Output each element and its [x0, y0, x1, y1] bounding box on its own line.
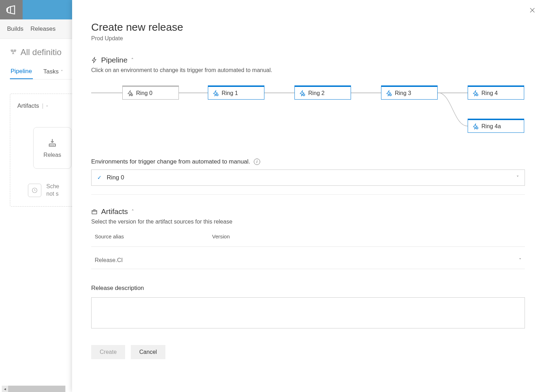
- stage-label: Ring 4: [481, 90, 498, 96]
- tab-pipeline[interactable]: Pipeline: [10, 64, 33, 79]
- artifacts-title: Artifacts | ·: [17, 102, 77, 109]
- auto-trigger-icon: [386, 90, 392, 96]
- environments-selected-value: Ring 0: [107, 174, 516, 181]
- environments-label: Environments for trigger change from aut…: [91, 158, 525, 165]
- tab-tasks[interactable]: Tasks ˅: [43, 65, 64, 79]
- svg-rect-8: [92, 210, 97, 214]
- section-divider: [91, 194, 525, 195]
- stage-ring-0[interactable]: Ring 0: [122, 85, 179, 100]
- pipeline-section-hint: Click on an environment to change its tr…: [91, 67, 525, 73]
- chevron-up-icon: ˄: [131, 209, 134, 214]
- artifact-card-label: Releas: [43, 152, 61, 158]
- chevron-up-icon: ˄: [131, 57, 134, 63]
- graph-connector-branch: [438, 93, 469, 128]
- schedule-text: Sche not s: [46, 183, 59, 198]
- panel-title: Create new release: [91, 21, 525, 33]
- release-description-input[interactable]: [91, 297, 525, 328]
- manual-trigger-icon: [127, 90, 133, 96]
- chevron-down-icon: ˅: [519, 257, 521, 263]
- stage-label: Ring 0: [136, 90, 152, 96]
- artifacts-section-label: Artifacts: [101, 207, 128, 216]
- col-version: Version: [212, 233, 521, 239]
- subnav-releases[interactable]: Releases: [30, 25, 55, 32]
- artifacts-section-hint: Select the version for the artifact sour…: [91, 219, 525, 225]
- artifact-alias-value: Release.CI: [95, 257, 212, 263]
- schedule-row[interactable]: Sche not s: [28, 183, 77, 198]
- artifacts-table-header: Source alias Version: [91, 233, 525, 239]
- auto-trigger-icon: [212, 90, 219, 96]
- artifact-row[interactable]: Release.CI ˅: [91, 253, 525, 267]
- auto-trigger-icon: [472, 90, 479, 96]
- create-release-panel: Create new release Prod Update Pipeline …: [72, 0, 544, 392]
- chevron-down-icon: ˅: [60, 70, 63, 75]
- table-divider: [91, 247, 525, 247]
- button-row: Create Cancel: [91, 345, 525, 359]
- auto-trigger-icon: [299, 90, 305, 96]
- artifacts-section-header[interactable]: Artifacts ˄: [91, 207, 525, 216]
- create-button[interactable]: Create: [91, 345, 125, 359]
- auto-trigger-icon: [472, 123, 479, 130]
- pipeline-graph: Ring 0 Ring 1 Ring 2 Ring 3 Ring 4 Ring …: [91, 84, 525, 144]
- pipeline-section-label: Pipeline: [101, 56, 128, 64]
- pipeline-section-header[interactable]: Pipeline ˄: [91, 56, 525, 64]
- table-divider: [91, 269, 525, 269]
- stage-label: Ring 1: [222, 90, 238, 96]
- horizontal-scrollbar[interactable]: ◄: [2, 386, 65, 392]
- stage-ring-3[interactable]: Ring 3: [381, 85, 438, 100]
- info-icon[interactable]: i: [254, 159, 260, 165]
- stage-ring-4[interactable]: Ring 4: [468, 85, 524, 100]
- breadcrumb-text: All definitio: [21, 47, 62, 57]
- check-icon: ✓: [97, 174, 102, 181]
- col-source-alias: Source alias: [95, 233, 212, 239]
- scroll-left-arrow[interactable]: ◄: [2, 387, 8, 391]
- panel-subtitle: Prod Update: [91, 35, 525, 42]
- close-icon[interactable]: [529, 7, 536, 15]
- clock-icon: [28, 184, 41, 197]
- scroll-thumb[interactable]: [8, 386, 65, 392]
- environments-dropdown[interactable]: ✓ Ring 0 ˅: [91, 170, 525, 186]
- stage-ring-1[interactable]: Ring 1: [208, 85, 264, 100]
- cancel-button[interactable]: Cancel: [131, 345, 165, 359]
- stage-label: Ring 2: [308, 90, 324, 96]
- release-description-label: Release description: [91, 285, 525, 292]
- chevron-down-icon: ˅: [516, 175, 519, 180]
- svg-point-2: [131, 94, 132, 95]
- tab-tasks-label: Tasks: [43, 68, 59, 75]
- product-logo[interactable]: [0, 0, 23, 19]
- stage-label: Ring 4a: [481, 123, 501, 130]
- subnav-builds[interactable]: Builds: [7, 25, 23, 32]
- stage-label: Ring 3: [395, 90, 411, 96]
- stage-ring-2[interactable]: Ring 2: [294, 85, 351, 100]
- artifact-card[interactable]: Releas: [33, 127, 71, 169]
- stage-ring-4a[interactable]: Ring 4a: [468, 119, 524, 133]
